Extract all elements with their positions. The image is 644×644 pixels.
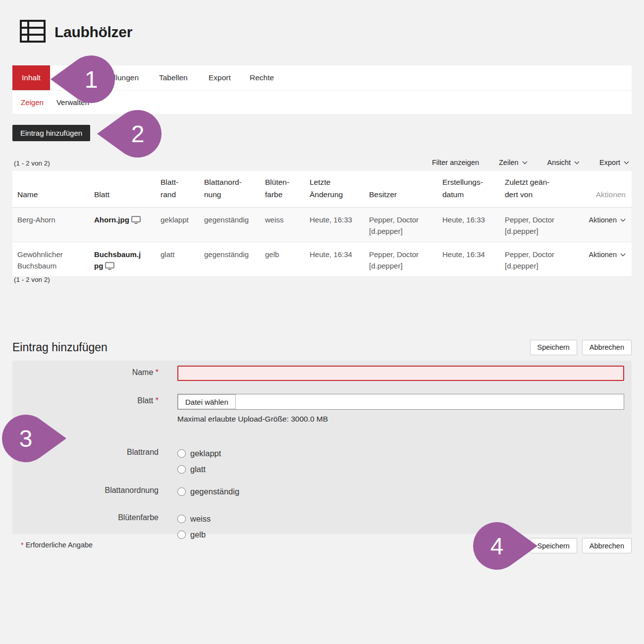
- cancel-button-bottom[interactable]: Abbrechen: [582, 538, 632, 553]
- tab-export[interactable]: Export: [209, 65, 231, 90]
- column-header-erstellungsdatum: Erstellungs-datum: [437, 171, 500, 207]
- callout-4: 4: [472, 521, 538, 571]
- pagination-top: (1 - 2 von 2): [14, 160, 50, 167]
- radio-option-geklappt[interactable]: geklappt: [177, 445, 221, 461]
- radio-option-label: geklappt: [190, 449, 221, 458]
- add-entry-button[interactable]: Eintrag hinzufügen: [12, 125, 90, 141]
- toolbar-filter-anzeigen[interactable]: Filter anzeigen: [432, 159, 479, 166]
- cell-blatt: Ahorn.jpg: [89, 208, 156, 242]
- chevron-down-icon: [574, 161, 580, 164]
- callout-number: 4: [473, 522, 521, 570]
- toolbar-zeilen[interactable]: Zeilen: [499, 159, 528, 166]
- cell-blattrand: geklappt: [156, 208, 199, 242]
- app-header: Laubhölzer: [20, 20, 132, 45]
- table-row: Gewöhnlicher BuchsbaumBuchsbaum.jpgglatt…: [12, 242, 632, 277]
- field-label-bluetenfarbe: Blütenfarbe: [12, 511, 159, 542]
- cell-blattanordnung: gegenständig: [199, 208, 260, 242]
- toolbar-label: Zeilen: [499, 159, 519, 166]
- column-header-blattanordnung: Blattanord-nung: [199, 171, 260, 207]
- cancel-button-top[interactable]: Abbrechen: [582, 340, 632, 355]
- page-title: Laubhölzer: [54, 24, 132, 41]
- tab-tabellen[interactable]: Tabellen: [159, 65, 188, 90]
- radio-option-label: gelb: [190, 530, 206, 539]
- tab-rechte[interactable]: Rechte: [250, 65, 274, 90]
- callout-number: 3: [2, 415, 50, 462]
- file-input[interactable]: Datei wählen: [177, 394, 624, 410]
- file-field-row: Blatt * Datei wählen: [12, 394, 632, 410]
- radio-option-gegenstaendig[interactable]: gegenständig: [177, 483, 239, 499]
- cell-zuletzt-geaendert-von: Pepper, Doctor [d.pepper]: [500, 242, 565, 276]
- field-row-blattanordnung: Blattanordnunggegenständig: [12, 483, 632, 499]
- choose-file-button[interactable]: Datei wählen: [178, 394, 236, 409]
- name-input[interactable]: [177, 366, 624, 381]
- file-link[interactable]: Buchsbaum.jpg: [94, 249, 144, 271]
- cell-letzte-aenderung: Heute, 16:33: [305, 208, 364, 242]
- cell-bluetenfarbe: weiss: [260, 208, 305, 242]
- cell-letzte-aenderung: Heute, 16:34: [305, 242, 364, 276]
- callout-number: 2: [114, 110, 161, 158]
- cell-erstellungsdatum: Heute, 16:33: [437, 208, 500, 242]
- toolbar-export[interactable]: Export: [599, 159, 629, 166]
- save-button-top[interactable]: Speichern: [530, 340, 577, 355]
- row-actions-label: Aktionen: [589, 215, 617, 226]
- radio-button-icon[interactable]: [177, 449, 186, 458]
- cell-bluetenfarbe: gelb: [260, 242, 305, 276]
- cell-besitzer: Pepper, Doctor [d.pepper]: [364, 208, 437, 242]
- table-toolbar: Filter anzeigenZeilenAnsichtExport: [432, 159, 629, 166]
- radio-button-icon[interactable]: [177, 465, 186, 474]
- callout-2: 2: [96, 109, 162, 159]
- callout-3: 3: [1, 414, 67, 463]
- toolbar-label: Export: [599, 159, 620, 166]
- radio-option-glatt[interactable]: glatt: [177, 461, 221, 477]
- column-header-blattrand: Blatt-rand: [156, 171, 199, 207]
- required-asterisk: *: [156, 368, 159, 376]
- radio-groups: BlattrandgeklapptglattBlattanordnunggege…: [12, 445, 632, 542]
- radio-button-icon[interactable]: [177, 531, 186, 539]
- subtab-zeigen[interactable]: Zeigen: [21, 98, 44, 107]
- column-header-name: Name: [12, 183, 89, 207]
- radio-options: geklapptglatt: [177, 445, 221, 477]
- pagination-bottom: (1 - 2 von 2): [14, 276, 50, 283]
- cell-aktionen: Aktionen: [565, 208, 632, 242]
- column-header-blatt: Blatt: [89, 183, 156, 207]
- table-header-row: NameBlattBlatt-randBlattanord-nungBlüten…: [12, 171, 632, 208]
- column-header-letzte-aenderung: Letzte Änderung: [305, 171, 364, 207]
- add-entry-form: Name * Blatt * Datei wählen Maximal erla…: [12, 361, 632, 534]
- column-header-zuletzt-geaendert-von: Zuletzt geän-dert von: [500, 171, 565, 207]
- column-header-besitzer: Besitzer: [364, 183, 437, 207]
- row-actions-dropdown[interactable]: Aktionen: [589, 249, 626, 261]
- tab-inhalt[interactable]: Inhalt: [12, 65, 50, 90]
- radio-options: gegenständig: [177, 483, 239, 499]
- radio-option-gelb[interactable]: gelb: [177, 527, 211, 542]
- monitor-icon[interactable]: [105, 262, 114, 270]
- table-icon: [20, 20, 46, 45]
- callout-number: 1: [67, 55, 115, 103]
- column-header-bluetenfarbe: Blüten-farbe: [260, 171, 305, 207]
- upload-size-hint: Maximal erlaubte Upload-Größe: 3000.0 MB: [177, 415, 632, 424]
- radio-button-icon[interactable]: [177, 487, 186, 496]
- cell-besitzer: Pepper, Doctor [d.pepper]: [364, 242, 437, 276]
- callout-1: 1: [50, 54, 116, 104]
- toolbar-ansicht[interactable]: Ansicht: [547, 159, 580, 166]
- data-table: NameBlattBlatt-randBlattanord-nungBlüten…: [12, 171, 632, 277]
- required-asterisk: *: [21, 541, 24, 549]
- cell-aktionen: Aktionen: [565, 242, 632, 276]
- column-header-aktionen: Aktionen: [565, 183, 632, 207]
- monitor-icon[interactable]: [131, 216, 141, 224]
- toolbar-label: Ansicht: [547, 159, 571, 166]
- radio-options: weissgelb: [177, 511, 211, 542]
- page: Laubhölzer InhaltEinstellungenTabellenEx…: [0, 0, 644, 644]
- file-field-label: Blatt *: [12, 394, 159, 410]
- required-asterisk: *: [156, 396, 159, 405]
- name-field-label: Name *: [12, 366, 159, 381]
- row-actions-dropdown[interactable]: Aktionen: [589, 215, 626, 226]
- radio-button-icon[interactable]: [177, 515, 186, 523]
- radio-option-label: glatt: [190, 465, 206, 474]
- file-name-area[interactable]: [236, 394, 624, 409]
- file-link[interactable]: Ahorn.jpg: [94, 214, 144, 225]
- form-title: Eintrag hinzufügen: [12, 341, 107, 354]
- chevron-down-icon: [522, 161, 528, 164]
- radio-option-weiss[interactable]: weiss: [177, 511, 211, 527]
- cell-name: Gewöhnlicher Buchsbaum: [12, 242, 89, 276]
- cell-blattanordnung: gegenständig: [199, 242, 260, 276]
